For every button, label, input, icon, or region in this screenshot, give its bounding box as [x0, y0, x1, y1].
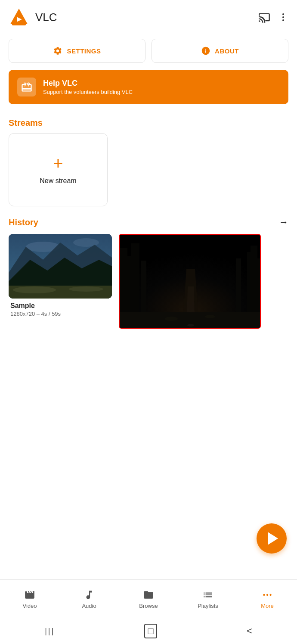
- svg-point-6: [282, 19, 284, 21]
- about-button[interactable]: ABOUT: [152, 39, 288, 63]
- header-actions: [258, 11, 288, 23]
- help-title: Help VLC: [43, 79, 133, 88]
- bottom-navigation: Video Audio Browse Playlists More: [0, 579, 297, 618]
- fab-play-button[interactable]: [257, 523, 287, 554]
- browse-nav-icon: [143, 589, 154, 600]
- nav-item-more[interactable]: More: [238, 580, 297, 618]
- nav-label-audio: Audio: [82, 603, 96, 609]
- svg-point-30: [263, 594, 265, 595]
- info-icon: [201, 46, 210, 56]
- app-title: VLC: [35, 11, 258, 24]
- history-item-0[interactable]: Sample 1280x720 – 4s / 59s: [9, 234, 112, 319]
- svg-point-29: [187, 324, 194, 327]
- cast-icon[interactable]: [258, 11, 270, 23]
- streams-section-title: Streams: [0, 115, 297, 133]
- gift-icon: [21, 81, 33, 93]
- svg-point-31: [266, 594, 268, 595]
- new-stream-card[interactable]: + New stream: [9, 133, 108, 206]
- svg-rect-2: [12, 23, 26, 25]
- overflow-menu-icon[interactable]: [278, 11, 288, 23]
- about-label: ABOUT: [215, 47, 239, 55]
- home-button[interactable]: □: [144, 624, 157, 638]
- svg-point-5: [282, 16, 284, 18]
- vlc-logo: ▶: [9, 7, 29, 28]
- svg-point-28: [205, 315, 215, 318]
- svg-point-27: [165, 317, 178, 321]
- nav-label-browse: Browse: [139, 603, 158, 609]
- app-header: ▶ VLC: [0, 0, 297, 34]
- history-header: History →: [9, 217, 288, 228]
- playlists-nav-icon: [202, 589, 213, 600]
- nav-item-browse[interactable]: Browse: [119, 580, 178, 618]
- svg-point-14: [69, 286, 103, 292]
- nav-label-more: More: [261, 603, 274, 609]
- fab-play-icon: [268, 532, 278, 545]
- help-subtitle: Support the volunteers building VLC: [43, 89, 133, 95]
- settings-button[interactable]: SETTINGS: [9, 39, 145, 63]
- recents-button[interactable]: |||: [45, 627, 55, 636]
- nav-label-playlists: Playlists: [198, 603, 218, 609]
- back-button[interactable]: <: [247, 625, 252, 637]
- nav-label-video: Video: [22, 603, 37, 609]
- svg-point-4: [282, 13, 284, 15]
- history-info-0: Sample 1280x720 – 4s / 59s: [9, 299, 112, 319]
- history-thumb-0: [9, 234, 112, 299]
- settings-label: SETTINGS: [67, 47, 101, 55]
- svg-point-32: [269, 594, 271, 595]
- nav-item-playlists[interactable]: Playlists: [178, 580, 238, 618]
- new-stream-plus-icon: +: [53, 155, 63, 172]
- video-nav-icon: [24, 589, 35, 600]
- audio-nav-icon: [84, 589, 95, 600]
- system-bar: ||| □ <: [0, 618, 297, 644]
- help-vlc-banner[interactable]: Help VLC Support the volunteers building…: [9, 70, 288, 104]
- mountain-thumbnail: [9, 234, 112, 299]
- forest-thumbnail: [120, 235, 261, 329]
- svg-text:▶: ▶: [17, 16, 22, 22]
- history-arrow-icon[interactable]: →: [279, 217, 288, 228]
- new-stream-label: New stream: [40, 177, 76, 185]
- history-section: History →: [0, 217, 297, 336]
- nav-item-video[interactable]: Video: [0, 580, 59, 618]
- help-text: Help VLC Support the volunteers building…: [43, 79, 133, 95]
- nav-item-audio[interactable]: Audio: [59, 580, 119, 618]
- action-buttons: SETTINGS ABOUT: [0, 34, 297, 70]
- history-items: Sample 1280x720 – 4s / 59s: [9, 234, 288, 329]
- history-title: History: [9, 218, 38, 227]
- streams-section: + New stream: [0, 133, 297, 217]
- more-nav-icon: [262, 589, 273, 600]
- help-banner-icon: [17, 78, 36, 96]
- settings-icon: [53, 46, 62, 56]
- history-name-0: Sample: [10, 302, 110, 310]
- history-item-1[interactable]: [119, 234, 261, 329]
- svg-point-13: [13, 286, 56, 293]
- history-meta-0: 1280x720 – 4s / 59s: [10, 311, 110, 317]
